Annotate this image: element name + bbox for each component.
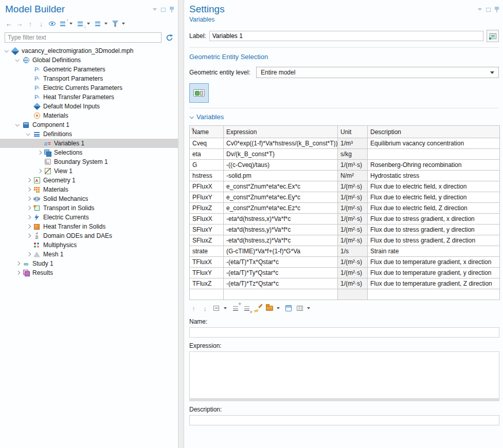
cell-name[interactable]: eta (190, 149, 224, 160)
tree-item-domain-odes-and-daes[interactable]: ddtDomain ODEs and DAEs (0, 231, 178, 240)
cell-name[interactable]: PFluxY (190, 192, 224, 203)
chevron-expanded-icon[interactable] (3, 47, 11, 55)
tree-item-transport-in-solids[interactable]: Transport in Solids (0, 203, 178, 213)
panel-divider[interactable] (178, 0, 184, 448)
cell-expression[interactable]: Dv/(k_B_const*T) (224, 149, 338, 160)
move-down-icon[interactable]: ↓ (201, 304, 209, 313)
float-icon[interactable] (486, 8, 491, 12)
cell-unit[interactable] (338, 289, 368, 300)
cell-description[interactable] (368, 289, 500, 300)
tree-item-results[interactable]: Results (0, 268, 178, 277)
cell-unit[interactable]: 1/(m²·s) (338, 214, 368, 225)
tree-item-geometry-1[interactable]: Geometry 1 (0, 176, 178, 185)
cell-unit[interactable]: 1/(m²·s) (338, 203, 368, 214)
cell-description[interactable]: Flux due to electric field, x direction (368, 181, 500, 192)
cell-unit[interactable]: s/kg (338, 149, 368, 160)
cell-expression[interactable]: Cv0*exp((1-f)*Va*hstress/(k_B_const*T)) (224, 138, 338, 149)
cell-name[interactable]: SFluxX (190, 214, 224, 225)
tree-item-materials[interactable]: Materials (0, 185, 178, 194)
filter-input[interactable] (5, 32, 161, 43)
chevron-collapsed-icon[interactable] (24, 250, 32, 258)
cell-name[interactable]: TFluxY (190, 268, 224, 278)
cell-name[interactable]: SFluxZ (190, 235, 224, 246)
chevron-collapsed-icon[interactable] (24, 204, 32, 212)
cell-unit[interactable]: 1/(m²·s) (338, 225, 368, 235)
tree-item-mesh-1[interactable]: Mesh 1 (0, 250, 178, 259)
cell-unit[interactable]: N/m² (338, 171, 368, 181)
cell-description[interactable]: Equilibrium vacancy concentration (368, 138, 500, 149)
chevron-collapsed-icon[interactable] (24, 176, 32, 184)
cell-expression[interactable]: e_const*Znum*eta*ec.Ez*c (224, 203, 338, 214)
cell-name[interactable]: hstress (190, 171, 224, 181)
tree-item-solid-mechanics[interactable]: Solid Mechanics (0, 194, 178, 203)
cell-expression[interactable]: e_const*Znum*eta*ec.Ex*c (224, 181, 338, 192)
dropdown-caret[interactable] (307, 307, 310, 309)
show-icon[interactable] (47, 19, 57, 28)
cell-unit[interactable]: 1/(m²·s) (338, 278, 368, 289)
cell-unit[interactable]: 1/(m³·s) (338, 160, 368, 171)
cell-name[interactable]: G (190, 160, 224, 171)
cell-name[interactable]: TFluxX (190, 257, 224, 268)
tree-item-default-model-inputs[interactable]: Default Model Inputs (0, 102, 178, 111)
cell-description[interactable]: Flux due to stress gradient, x direction (368, 214, 500, 225)
cell-expression[interactable]: -eta*d(hstress,x)*Va*f*c (224, 214, 338, 225)
tree-item-definitions[interactable]: Definitions (0, 129, 178, 139)
name-input[interactable] (189, 327, 499, 338)
cell-expression[interactable]: -(eta/T)*Tz*Qstar*c (224, 278, 338, 289)
add-icon[interactable] (231, 304, 240, 313)
dropdown-caret[interactable] (87, 23, 90, 25)
chevron-expanded-icon[interactable] (13, 56, 22, 64)
column-header-expression[interactable]: Expression (224, 126, 338, 138)
variables-section-header[interactable]: Variables (189, 113, 499, 121)
tree-item-boundary-system-1[interactable]: Boundary System 1 (0, 157, 178, 166)
tree-item-heat-transfer-parameters[interactable]: PiHeat Transfer Parameters (0, 92, 178, 102)
rename-button[interactable] (487, 30, 499, 42)
cell-expression[interactable] (224, 289, 338, 300)
dropdown-caret[interactable] (69, 23, 73, 25)
chevron-collapsed-icon[interactable] (24, 195, 32, 203)
cell-description[interactable]: Flux due to temperature gradient, x dire… (368, 257, 500, 268)
cell-expression[interactable]: e_const*Znum*eta*ec.Ey*c (224, 192, 338, 203)
dropdown-caret[interactable] (122, 23, 125, 25)
cell-unit[interactable]: 1/s (338, 246, 368, 257)
cell-name[interactable]: PFluxZ (190, 203, 224, 214)
cell-description[interactable]: Strain rate (368, 246, 500, 257)
label-input[interactable] (209, 31, 483, 41)
cell-expression[interactable]: -eta*d(hstress,z)*Va*f*c (224, 235, 338, 246)
show-more-icon[interactable]: » (191, 126, 194, 132)
cell-description[interactable] (368, 149, 500, 160)
cell-description[interactable]: Flux due to temperature gradient, y dire… (368, 268, 500, 278)
tree-item-heat-transfer-in-solids[interactable]: Heat Transfer in Solids (0, 222, 178, 231)
expression-input[interactable] (189, 351, 499, 401)
chevron-expanded-icon[interactable] (13, 121, 22, 129)
cell-unit[interactable]: 1/(m²·s) (338, 235, 368, 246)
move-up-icon[interactable]: ↑ (26, 19, 35, 28)
column-header-unit[interactable]: Unit (338, 126, 368, 138)
cell-unit[interactable]: 1/(m²·s) (338, 181, 368, 192)
tree-item-view-1[interactable]: View 1 (0, 166, 178, 176)
collapse-all-icon[interactable] (58, 19, 67, 28)
cell-name[interactable]: PFluxX (190, 181, 224, 192)
clear-icon[interactable] (254, 304, 262, 313)
cell-description[interactable]: Flux due to stress gradient, y direction (368, 225, 500, 235)
dropdown-caret[interactable] (104, 23, 107, 25)
load-icon[interactable] (265, 304, 274, 313)
chevron-collapsed-icon[interactable] (24, 222, 32, 231)
tree-item-electric-currents-parameters[interactable]: PiElectric Currents Parameters (0, 83, 178, 92)
tree-item-materials-global[interactable]: Materials (0, 111, 178, 120)
cell-description[interactable]: Flux due to electric field, y direction (368, 192, 500, 203)
tree-item-selections[interactable]: Selections (0, 148, 178, 157)
back-icon[interactable]: ← (4, 19, 13, 28)
hide-caret-icon[interactable] (478, 8, 482, 11)
cell-expression[interactable]: (G-cTIME)*Va*f+(1-f)*G*Va (224, 246, 338, 257)
cell-expression[interactable]: -(eta/T)*Ty*Qstar*c (224, 268, 338, 278)
float-icon[interactable] (161, 8, 166, 12)
dropdown-caret[interactable] (224, 307, 227, 309)
hide-caret-icon[interactable] (153, 8, 157, 11)
chevron-expanded-icon[interactable] (24, 130, 32, 138)
active-selection-button[interactable] (189, 83, 209, 103)
delete-icon[interactable] (242, 304, 251, 313)
tree-item-variables-1[interactable]: a=Variables 1 (0, 139, 178, 148)
chevron-collapsed-icon[interactable] (35, 167, 43, 175)
chevron-collapsed-icon[interactable] (35, 148, 43, 157)
